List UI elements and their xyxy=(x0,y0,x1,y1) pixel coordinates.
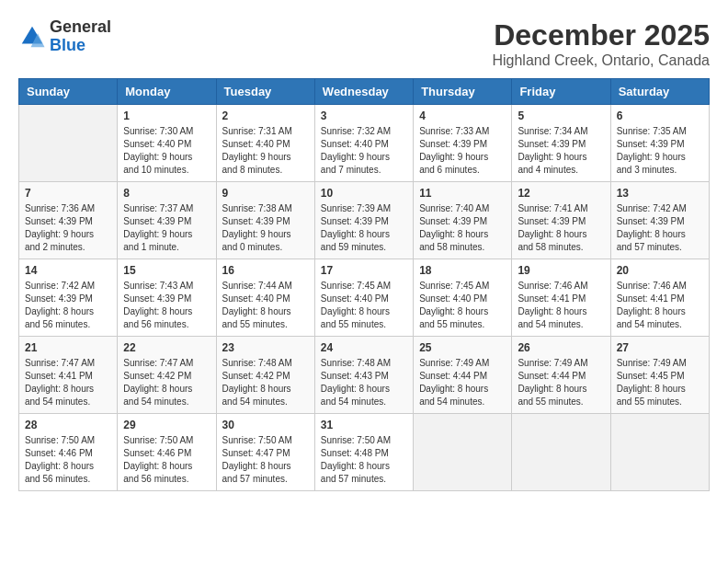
calendar-cell: 10Sunrise: 7:39 AMSunset: 4:39 PMDayligh… xyxy=(314,182,413,259)
day-number: 12 xyxy=(518,187,604,200)
day-detail: Sunrise: 7:32 AMSunset: 4:40 PMDaylight:… xyxy=(321,125,407,177)
day-detail: Sunrise: 7:38 AMSunset: 4:39 PMDaylight:… xyxy=(222,202,309,254)
day-detail: Sunrise: 7:48 AMSunset: 4:43 PMDaylight:… xyxy=(321,357,407,408)
day-detail: Sunrise: 7:48 AMSunset: 4:42 PMDaylight:… xyxy=(222,357,309,408)
calendar-cell: 4Sunrise: 7:33 AMSunset: 4:39 PMDaylight… xyxy=(414,105,512,182)
calendar-cell: 31Sunrise: 7:50 AMSunset: 4:48 PMDayligh… xyxy=(314,414,413,491)
day-detail: Sunrise: 7:47 AMSunset: 4:42 PMDaylight:… xyxy=(123,357,210,408)
calendar-cell: 19Sunrise: 7:46 AMSunset: 4:41 PMDayligh… xyxy=(512,259,610,337)
day-detail: Sunrise: 7:45 AMSunset: 4:40 PMDaylight:… xyxy=(419,280,506,331)
calendar-header: SundayMondayTuesdayWednesdayThursdayFrid… xyxy=(19,79,710,105)
page-header: General Blue December 2025 Highland Cree… xyxy=(18,18,710,69)
calendar-cell: 18Sunrise: 7:45 AMSunset: 4:40 PMDayligh… xyxy=(414,259,512,337)
calendar-cell: 25Sunrise: 7:49 AMSunset: 4:44 PMDayligh… xyxy=(414,337,512,414)
day-detail: Sunrise: 7:31 AMSunset: 4:40 PMDaylight:… xyxy=(222,125,309,177)
day-number: 6 xyxy=(617,109,703,122)
day-detail: Sunrise: 7:35 AMSunset: 4:39 PMDaylight:… xyxy=(617,125,703,177)
calendar-cell: 14Sunrise: 7:42 AMSunset: 4:39 PMDayligh… xyxy=(19,259,118,337)
day-detail: Sunrise: 7:47 AMSunset: 4:41 PMDaylight:… xyxy=(25,357,111,408)
week-row-4: 21Sunrise: 7:47 AMSunset: 4:41 PMDayligh… xyxy=(19,337,710,414)
day-number: 26 xyxy=(518,341,604,354)
day-number: 11 xyxy=(419,187,506,200)
calendar-cell: 24Sunrise: 7:48 AMSunset: 4:43 PMDayligh… xyxy=(314,337,413,414)
day-number: 1 xyxy=(123,109,210,122)
week-row-3: 14Sunrise: 7:42 AMSunset: 4:39 PMDayligh… xyxy=(19,259,710,337)
header-saturday: Saturday xyxy=(610,79,709,105)
calendar-table: SundayMondayTuesdayWednesdayThursdayFrid… xyxy=(18,78,710,491)
day-number: 15 xyxy=(123,264,210,277)
calendar-cell: 29Sunrise: 7:50 AMSunset: 4:46 PMDayligh… xyxy=(118,414,216,491)
logo-text: General Blue xyxy=(50,18,111,55)
day-number: 23 xyxy=(222,341,309,354)
calendar-cell: 12Sunrise: 7:41 AMSunset: 4:39 PMDayligh… xyxy=(512,182,610,259)
calendar-cell: 30Sunrise: 7:50 AMSunset: 4:47 PMDayligh… xyxy=(216,414,314,491)
day-detail: Sunrise: 7:44 AMSunset: 4:40 PMDaylight:… xyxy=(222,280,309,331)
day-detail: Sunrise: 7:50 AMSunset: 4:46 PMDaylight:… xyxy=(123,434,210,486)
day-number: 18 xyxy=(419,264,506,277)
calendar-cell: 1Sunrise: 7:30 AMSunset: 4:40 PMDaylight… xyxy=(118,105,216,182)
calendar-cell: 8Sunrise: 7:37 AMSunset: 4:39 PMDaylight… xyxy=(118,182,216,259)
calendar-cell: 28Sunrise: 7:50 AMSunset: 4:46 PMDayligh… xyxy=(19,414,118,491)
calendar-cell: 15Sunrise: 7:43 AMSunset: 4:39 PMDayligh… xyxy=(118,259,216,337)
day-number: 27 xyxy=(617,341,703,354)
header-row: SundayMondayTuesdayWednesdayThursdayFrid… xyxy=(19,79,710,105)
header-sunday: Sunday xyxy=(19,79,118,105)
day-number: 31 xyxy=(321,419,407,431)
calendar-cell: 27Sunrise: 7:49 AMSunset: 4:45 PMDayligh… xyxy=(610,337,709,414)
calendar-cell: 9Sunrise: 7:38 AMSunset: 4:39 PMDaylight… xyxy=(216,182,314,259)
day-detail: Sunrise: 7:33 AMSunset: 4:39 PMDaylight:… xyxy=(419,125,506,177)
calendar-cell xyxy=(512,414,610,491)
calendar-cell: 21Sunrise: 7:47 AMSunset: 4:41 PMDayligh… xyxy=(19,337,118,414)
calendar-cell xyxy=(414,414,512,491)
day-detail: Sunrise: 7:50 AMSunset: 4:47 PMDaylight:… xyxy=(222,434,309,486)
day-number: 3 xyxy=(321,109,407,122)
day-number: 30 xyxy=(222,419,309,431)
day-detail: Sunrise: 7:50 AMSunset: 4:48 PMDaylight:… xyxy=(321,434,407,486)
day-detail: Sunrise: 7:50 AMSunset: 4:46 PMDaylight:… xyxy=(25,434,111,486)
day-detail: Sunrise: 7:45 AMSunset: 4:40 PMDaylight:… xyxy=(321,280,407,331)
logo-blue: Blue xyxy=(50,37,111,55)
calendar-body: 1Sunrise: 7:30 AMSunset: 4:40 PMDaylight… xyxy=(19,105,710,491)
header-friday: Friday xyxy=(512,79,610,105)
day-detail: Sunrise: 7:39 AMSunset: 4:39 PMDaylight:… xyxy=(321,202,407,254)
day-number: 5 xyxy=(518,109,604,122)
day-detail: Sunrise: 7:41 AMSunset: 4:39 PMDaylight:… xyxy=(518,202,604,254)
day-detail: Sunrise: 7:36 AMSunset: 4:39 PMDaylight:… xyxy=(25,202,111,254)
day-detail: Sunrise: 7:40 AMSunset: 4:39 PMDaylight:… xyxy=(419,202,506,254)
day-number: 24 xyxy=(321,341,407,354)
day-number: 16 xyxy=(222,264,309,277)
header-thursday: Thursday xyxy=(414,79,512,105)
header-monday: Monday xyxy=(118,79,216,105)
calendar-cell xyxy=(19,105,118,182)
header-wednesday: Wednesday xyxy=(314,79,413,105)
week-row-2: 7Sunrise: 7:36 AMSunset: 4:39 PMDaylight… xyxy=(19,182,710,259)
day-number: 2 xyxy=(222,109,309,122)
calendar-subtitle: Highland Creek, Ontario, Canada xyxy=(492,52,710,69)
title-block: December 2025 Highland Creek, Ontario, C… xyxy=(492,18,710,69)
day-detail: Sunrise: 7:37 AMSunset: 4:39 PMDaylight:… xyxy=(123,202,210,254)
day-number: 28 xyxy=(25,419,111,431)
calendar-cell: 23Sunrise: 7:48 AMSunset: 4:42 PMDayligh… xyxy=(216,337,314,414)
header-tuesday: Tuesday xyxy=(216,79,314,105)
day-detail: Sunrise: 7:34 AMSunset: 4:39 PMDaylight:… xyxy=(518,125,604,177)
logo-icon xyxy=(18,23,46,51)
calendar-cell: 2Sunrise: 7:31 AMSunset: 4:40 PMDaylight… xyxy=(216,105,314,182)
week-row-1: 1Sunrise: 7:30 AMSunset: 4:40 PMDaylight… xyxy=(19,105,710,182)
calendar-cell: 5Sunrise: 7:34 AMSunset: 4:39 PMDaylight… xyxy=(512,105,610,182)
logo: General Blue xyxy=(18,18,111,55)
week-row-5: 28Sunrise: 7:50 AMSunset: 4:46 PMDayligh… xyxy=(19,414,710,491)
day-number: 22 xyxy=(123,341,210,354)
day-detail: Sunrise: 7:43 AMSunset: 4:39 PMDaylight:… xyxy=(123,280,210,331)
day-number: 4 xyxy=(419,109,506,122)
day-detail: Sunrise: 7:49 AMSunset: 4:45 PMDaylight:… xyxy=(617,357,703,408)
day-number: 17 xyxy=(321,264,407,277)
day-detail: Sunrise: 7:46 AMSunset: 4:41 PMDaylight:… xyxy=(518,280,604,331)
calendar-cell: 20Sunrise: 7:46 AMSunset: 4:41 PMDayligh… xyxy=(610,259,709,337)
calendar-cell: 17Sunrise: 7:45 AMSunset: 4:40 PMDayligh… xyxy=(314,259,413,337)
day-number: 29 xyxy=(123,419,210,431)
calendar-cell: 26Sunrise: 7:49 AMSunset: 4:44 PMDayligh… xyxy=(512,337,610,414)
day-number: 10 xyxy=(321,187,407,200)
calendar-cell: 3Sunrise: 7:32 AMSunset: 4:40 PMDaylight… xyxy=(314,105,413,182)
calendar-cell: 11Sunrise: 7:40 AMSunset: 4:39 PMDayligh… xyxy=(414,182,512,259)
calendar-cell: 13Sunrise: 7:42 AMSunset: 4:39 PMDayligh… xyxy=(610,182,709,259)
